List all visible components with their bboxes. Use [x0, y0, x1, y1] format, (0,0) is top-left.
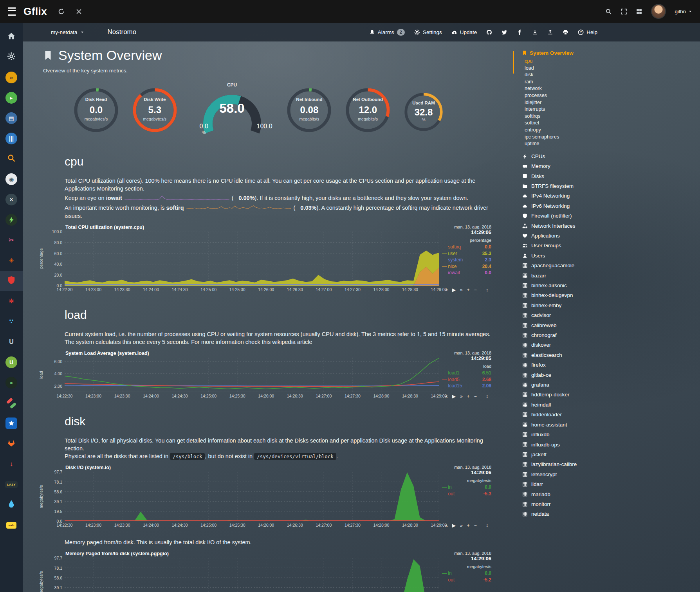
nav-container-monitorr[interactable]: monitorr — [513, 499, 630, 509]
gauge-disk-read[interactable]: Disk Read0.0megabytes/s — [74, 88, 119, 133]
sidebar-app-handbrake-icon[interactable]: × — [0, 189, 23, 210]
nav-section-disks[interactable]: Disks — [513, 171, 630, 181]
nav-container-home-assistant[interactable]: home-assistant — [513, 420, 630, 430]
chart-canvas-load[interactable] — [65, 358, 439, 392]
nav-item-entropy[interactable]: entropy — [513, 127, 630, 134]
legend-iowait[interactable]: — iowait0.0 — [442, 270, 491, 276]
sidebar-app-pills-icon[interactable] — [0, 393, 23, 413]
sidebar-app-downloader-icon[interactable]: ↓ — [0, 454, 23, 474]
nav-item-ipc-semaphores[interactable]: ipc semaphores — [513, 134, 630, 141]
nav-container-jackett[interactable]: jackett — [513, 450, 630, 459]
gauge-disk-write[interactable]: Disk Write5.3megabytes/s — [132, 88, 177, 133]
legend-load5[interactable]: — load52.68 — [442, 376, 491, 383]
legend-softirq[interactable]: — softirq0.0 — [442, 244, 491, 250]
nav-section-users[interactable]: Users — [513, 251, 630, 261]
sidebar-app-plex-icon[interactable]: » — [0, 67, 23, 88]
nav-item-uptime[interactable]: uptime — [513, 140, 630, 148]
nav-container-bazarr[interactable]: bazarr — [513, 271, 630, 281]
update-button[interactable]: Update — [451, 29, 477, 35]
legend-nice[interactable]: — nice20.4 — [442, 263, 491, 270]
nav-section-btrfs-filesystem[interactable]: BTRFS filesystem — [513, 181, 630, 191]
sidebar-app-library-icon[interactable]: ▤ — [0, 108, 23, 128]
zoom-out-button[interactable]: − — [474, 394, 477, 399]
pan-backward-button[interactable]: « — [445, 394, 448, 399]
sidebar-app-sabnzbd-icon[interactable]: sab — [0, 515, 23, 535]
legend-user[interactable]: — user35.3 — [442, 250, 491, 257]
pan-backward-button[interactable]: « — [445, 287, 448, 293]
sidebar-app-green-app-icon[interactable]: ● — [0, 372, 23, 393]
nav-container-letsencrypt[interactable]: letsencrypt — [513, 470, 630, 479]
chart-resize-handle[interactable]: ↕ — [486, 394, 488, 399]
alarms-button[interactable]: Alarms 2 — [369, 29, 405, 36]
zoom-out-button[interactable]: − — [474, 523, 477, 528]
gauge-used-ram[interactable]: Used RAM32.8% — [404, 92, 443, 131]
nav-container-binhex-emby[interactable]: binhex-emby — [513, 300, 630, 310]
sidebar-app-electric-icon[interactable] — [0, 210, 23, 230]
nav-container-influxdb-ups[interactable]: influxdb-ups — [513, 440, 630, 450]
legend-in[interactable]: — in0.0 — [442, 484, 491, 491]
nav-item-disk[interactable]: disk — [513, 72, 630, 79]
download-icon[interactable] — [532, 29, 538, 35]
chart-canvas-disk[interactable] — [65, 472, 439, 521]
sidebar-app-scissors-icon[interactable]: ✂ — [0, 230, 23, 250]
sidebar-app-jackett-search-icon[interactable] — [0, 149, 23, 169]
nav-section-memory[interactable]: Memory — [513, 161, 630, 171]
help-button[interactable]: ? Help — [578, 29, 597, 35]
play-button[interactable]: ▶ — [452, 523, 456, 528]
nav-system-overview[interactable]: System Overview — [513, 50, 630, 56]
legend-load1[interactable]: — load16.51 — [442, 370, 491, 376]
pan-backward-button[interactable]: « — [445, 523, 448, 528]
twitter-icon[interactable] — [502, 29, 507, 35]
nav-section-user-groups[interactable]: User Groups — [513, 241, 630, 250]
settings-button[interactable]: Settings — [414, 29, 442, 35]
sidebar-app-emby-icon[interactable]: ▸ — [0, 88, 23, 108]
chart-canvas-cpu[interactable] — [65, 232, 439, 286]
nav-item-load[interactable]: load — [513, 65, 630, 72]
chart-canvas-pgpgio[interactable] — [65, 558, 439, 592]
nav-section-firewall-netfilter-[interactable]: Firewall (netfilter) — [513, 211, 630, 221]
search-icon[interactable] — [605, 8, 612, 15]
play-button[interactable]: ▶ — [452, 394, 456, 399]
nav-container-lazylibrarian-calibre[interactable]: lazylibrarian-calibre — [513, 459, 630, 469]
nav-container-hddtemp-docker[interactable]: hddtemp-docker — [513, 390, 630, 399]
nav-section-network-interfaces[interactable]: Network Interfaces — [513, 221, 630, 231]
sidebar-app-lazylibrarian-icon[interactable]: LAZY — [0, 474, 23, 495]
nav-item-processes[interactable]: processes — [513, 92, 630, 99]
nav-container-hiddenloader[interactable]: hiddenloader — [513, 410, 630, 419]
github-icon[interactable] — [486, 29, 492, 35]
nav-container-cadvisor[interactable]: cadvisor — [513, 310, 630, 320]
gauge-net-inbound[interactable]: Net Inbound0.08megabits/s — [287, 88, 332, 133]
nav-item-softirqs[interactable]: softirqs — [513, 113, 630, 120]
sidebar-app-duplicati-icon[interactable]: ◉ — [0, 169, 23, 189]
nav-item-cpu[interactable]: cpu — [513, 58, 630, 65]
hamburger-menu-icon[interactable] — [8, 7, 16, 16]
sidebar-app-ubooquity-icon[interactable]: U — [0, 332, 23, 352]
sidebar-app-water-drop-icon[interactable] — [0, 495, 23, 515]
nav-item-network[interactable]: network — [513, 85, 630, 92]
nav-container-binhex-airsonic[interactable]: binhex-airsonic — [513, 281, 630, 290]
print-icon[interactable] — [563, 29, 568, 35]
sidebar-app-airsonic-icon[interactable]: ||| — [0, 128, 23, 149]
zoom-out-button[interactable]: − — [474, 287, 477, 293]
legend-out[interactable]: — out-5.2 — [442, 577, 491, 583]
nav-container-grafana[interactable]: grafana — [513, 380, 630, 390]
legend-load15[interactable]: — load152.06 — [442, 383, 491, 389]
zoom-in-button[interactable]: + — [467, 287, 470, 293]
sidebar-app-settings-icon[interactable] — [0, 47, 23, 67]
nav-item-interrupts[interactable]: interrupts — [513, 106, 630, 113]
pan-forward-button[interactable]: » — [460, 394, 463, 399]
sidebar-app-unifi-icon[interactable]: U — [0, 352, 23, 372]
chart-resize-handle[interactable]: ↕ — [486, 287, 488, 293]
nav-container-chronograf[interactable]: chronograf — [513, 330, 630, 340]
gauge-net-outbound[interactable]: Net Outbound12.0megabits/s — [345, 88, 390, 133]
nav-item-idlejitter[interactable]: idlejitter — [513, 99, 630, 106]
nav-container-netdata[interactable]: netdata — [513, 509, 630, 519]
nav-container-mariadb[interactable]: mariadb — [513, 489, 630, 499]
sidebar-app-home-icon[interactable] — [0, 27, 23, 47]
refresh-icon[interactable] — [58, 8, 65, 15]
user-menu[interactable]: gilbn — [675, 9, 692, 14]
gauge-cpu[interactable]: CPU58.00.0100.0% — [191, 82, 273, 137]
nav-container-gitlab-ce[interactable]: gitlab-ce — [513, 370, 630, 380]
chart-resize-handle[interactable]: ↕ — [486, 523, 488, 528]
sidebar-app-star-app-icon[interactable] — [0, 413, 23, 434]
